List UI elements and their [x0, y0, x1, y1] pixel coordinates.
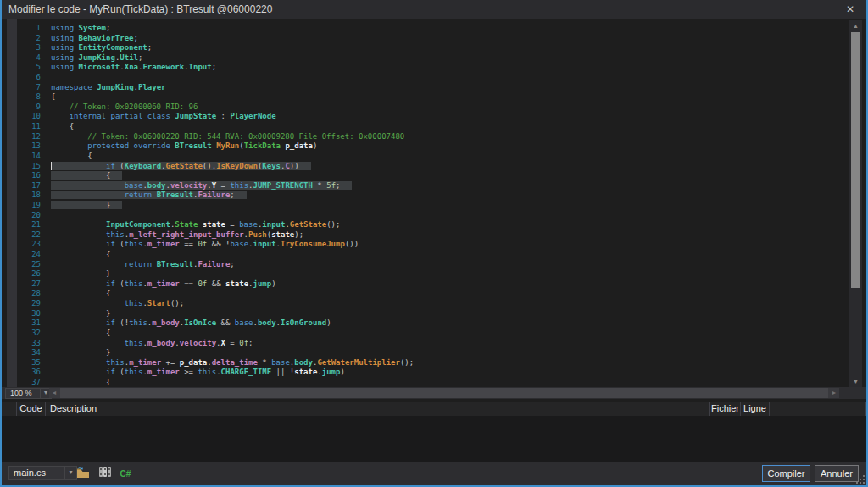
line-number: 20: [2, 211, 41, 221]
column-header-ligne[interactable]: Ligne: [741, 402, 770, 416]
resize-grip[interactable]: [856, 475, 865, 484]
line-number: 14: [2, 152, 41, 162]
line-number: 7: [2, 83, 41, 93]
line-number: 37: [2, 378, 41, 387]
add-document-button[interactable]: [75, 465, 92, 480]
code-line[interactable]: 9 // Token: 0x02000060 RID: 96: [2, 102, 851, 113]
code-line[interactable]: 14 {: [2, 152, 851, 162]
code-line[interactable]: 35 this.m_timer += p_data.delta_time * b…: [2, 358, 851, 368]
code-line[interactable]: 28 {: [2, 289, 851, 299]
scroll-down-arrow-icon[interactable]: ▼: [849, 377, 862, 386]
code-line[interactable]: 19 }: [2, 201, 851, 211]
code-line[interactable]: 18 return BTresult.Failure;: [2, 191, 851, 201]
cancel-button[interactable]: Annuler: [815, 465, 859, 482]
code-line[interactable]: 11 {: [2, 122, 851, 132]
line-number: 21: [2, 220, 41, 230]
vertical-scrollbar[interactable]: ▲ ▼: [849, 20, 862, 387]
vertical-scrollbar-thumb[interactable]: [851, 32, 860, 288]
code-line[interactable]: 20: [2, 211, 851, 221]
horizontal-scrollbar-thumb[interactable]: [60, 388, 828, 398]
column-header-code[interactable]: Code: [17, 402, 46, 416]
file-combobox-value: main.cs: [14, 468, 46, 478]
open-folder-icon: [75, 468, 91, 481]
code-editor-container: 1using System;2using BehaviorTree;3using…: [2, 19, 866, 387]
chevron-down-icon: ▾: [44, 389, 47, 396]
column-header-empty[interactable]: [2, 402, 17, 416]
dialog-window: Modifier le code - MyRun(TickData) : BTr…: [0, 0, 868, 487]
error-list[interactable]: [2, 416, 866, 462]
window-title: Modifier le code - MyRun(TickData) : BTr…: [8, 3, 272, 15]
code-line[interactable]: 1using System;: [2, 24, 851, 34]
line-number: 30: [2, 309, 41, 319]
code-line[interactable]: 6: [2, 73, 851, 83]
code-line[interactable]: 26 }: [2, 269, 851, 279]
line-number: 36: [2, 368, 41, 378]
zoom-level-value: 100 %: [10, 389, 32, 397]
line-number: 22: [2, 230, 41, 241]
titlebar: Modifier le code - MyRun(TickData) : BTr…: [2, 0, 866, 19]
code-line[interactable]: 30 }: [2, 309, 851, 319]
column-header-description[interactable]: Description: [46, 402, 710, 416]
line-number: 35: [2, 358, 41, 368]
footer-bar: main.cs ▾: [2, 462, 866, 485]
line-number: 29: [2, 299, 41, 309]
zoom-level-combobox[interactable]: 100 % ▾: [5, 388, 52, 399]
error-list-header: CodeDescriptionFichierLigne: [2, 402, 866, 416]
scroll-left-arrow-icon[interactable]: ◄: [49, 388, 59, 398]
code-line[interactable]: 32 {: [2, 329, 851, 339]
line-number: 17: [2, 181, 41, 191]
file-combobox[interactable]: main.cs ▾: [8, 466, 77, 480]
line-number: 34: [2, 348, 41, 358]
code-line[interactable]: 27 if (this.m_timer == 0f && state.jump): [2, 279, 851, 290]
line-number: 33: [2, 339, 41, 349]
line-number: 27: [2, 279, 41, 290]
code-line[interactable]: 36 if (this.m_timer >= this.CHARGE_TIME …: [2, 368, 851, 378]
line-number: 1: [2, 24, 41, 34]
code-line[interactable]: 5using Microsoft.Xna.Framework.Input;: [2, 63, 851, 73]
code-line[interactable]: 23 if (this.m_timer == 0f && !base.input…: [2, 240, 851, 250]
line-number: 13: [2, 141, 41, 152]
code-line[interactable]: 2using BehaviorTree;: [2, 34, 851, 44]
line-number: 25: [2, 260, 41, 270]
add-csharp-file-button[interactable]: C#: [117, 465, 134, 480]
code-line[interactable]: 25 return BTresult.Failure;: [2, 260, 851, 270]
compile-button[interactable]: Compiler: [762, 465, 810, 482]
line-number: 6: [2, 73, 41, 83]
code-line[interactable]: 3using EntityComponent;: [2, 43, 851, 53]
close-button[interactable]: ✕: [841, 2, 860, 17]
column-header-fichier[interactable]: Fichier: [710, 402, 741, 416]
code-line[interactable]: 7namespace JumpKing.Player: [2, 83, 851, 93]
code-line[interactable]: 34 }: [2, 348, 851, 358]
line-number: 28: [2, 289, 41, 299]
line-number: 10: [2, 112, 41, 122]
line-number: 31: [2, 318, 41, 329]
line-number: 2: [2, 34, 41, 44]
line-number: 12: [2, 132, 41, 142]
code-line[interactable]: 33 this.m_body.velocity.X = 0f;: [2, 339, 851, 349]
code-line[interactable]: 10 internal partial class JumpState : Pl…: [2, 112, 851, 122]
code-line[interactable]: 29 this.Start();: [2, 299, 851, 309]
code-editor[interactable]: 1using System;2using BehaviorTree;3using…: [2, 24, 851, 387]
code-line[interactable]: 16 {: [2, 171, 851, 181]
code-line[interactable]: 13 protected override BTresult MyRun(Tic…: [2, 141, 851, 152]
code-line[interactable]: 31 if (!this.m_body.IsOnIce && base.body…: [2, 318, 851, 329]
code-line[interactable]: 22 this.m_left_right_input_buffer.Push(s…: [2, 230, 851, 241]
code-line[interactable]: 15 if (Keyboard.GetState().IsKeyDown(Key…: [2, 162, 851, 172]
scroll-right-arrow-icon[interactable]: ►: [829, 388, 839, 398]
horizontal-scrollbar[interactable]: ◄ ►: [49, 388, 839, 398]
code-line[interactable]: 37 {: [2, 378, 851, 387]
line-number: 11: [2, 122, 41, 132]
code-line[interactable]: 12 // Token: 0x06000220 RID: 544 RVA: 0x…: [2, 132, 851, 142]
code-line[interactable]: 4using JumpKing.Util;: [2, 53, 851, 64]
code-line[interactable]: 8{: [2, 92, 851, 102]
line-number: 5: [2, 63, 41, 73]
scroll-up-arrow-icon[interactable]: ▲: [849, 21, 862, 30]
code-line[interactable]: 17 base.body.velocity.Y = this.JUMP_STRE…: [2, 181, 851, 191]
column-header-empty[interactable]: [770, 402, 866, 416]
code-line[interactable]: 24 {: [2, 250, 851, 260]
line-number: 23: [2, 240, 41, 250]
add-assembly-reference-button[interactable]: [97, 465, 114, 480]
close-icon: ✕: [846, 3, 854, 15]
code-line[interactable]: 21 InputComponent.State state = base.inp…: [2, 220, 851, 230]
assembly-reference-icon: [98, 468, 112, 481]
